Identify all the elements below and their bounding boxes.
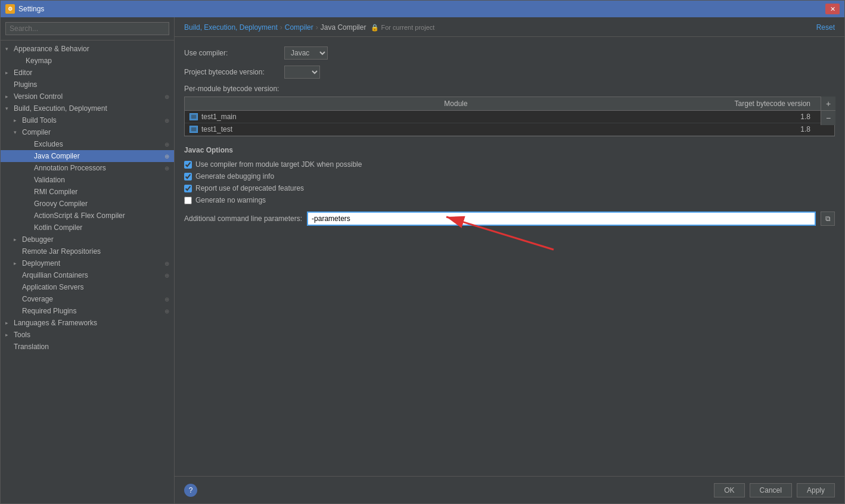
footer: ? OK Cancel Apply <box>175 476 844 503</box>
sidebar-item-deployment[interactable]: ▸ Deployment ⊕ <box>1 257 174 269</box>
sidebar-item-annotation-processors[interactable]: Annotation Processors ⊕ <box>1 162 174 174</box>
main-header: Build, Execution, Deployment › Compiler … <box>175 17 844 37</box>
sidebar-item-rmi-compiler[interactable]: RMI Compiler <box>1 186 174 198</box>
sidebar-item-arquillian[interactable]: Arquillian Containers ⊕ <box>1 269 174 281</box>
sidebar-item-groovy-compiler[interactable]: Groovy Compiler <box>1 198 174 210</box>
footer-left: ? <box>184 484 197 497</box>
expand-arrow: ▸ <box>5 70 13 76</box>
sidebar-item-plugins[interactable]: Plugins <box>1 79 174 91</box>
deprecated-checkbox-label: Report use of deprecated features <box>195 184 304 192</box>
sidebar-item-label: ActionScript & Flex Compiler <box>34 211 125 220</box>
breadcrumb-part-2: Compiler <box>285 23 313 32</box>
compiler-select[interactable]: Javac Eclipse Ajc <box>284 46 328 60</box>
close-button[interactable]: ✕ <box>825 4 840 14</box>
module-column-header: Module <box>185 97 727 110</box>
sidebar-item-coverage[interactable]: Coverage ⊕ <box>1 293 174 305</box>
settings-window: ⚙ Settings ✕ ▾ Appearance & Behavior Key… <box>0 0 845 504</box>
sidebar-item-required-plugins[interactable]: Required Plugins ⊕ <box>1 305 174 317</box>
sidebar-item-label: Build Tools <box>22 116 57 125</box>
copy-icon: ⊕ <box>164 308 169 315</box>
cmd-params-row: Additional command line parameters: ⧉ <box>184 211 835 226</box>
lock-icon: 🔒 <box>371 24 379 32</box>
sidebar-item-actionscript-flex[interactable]: ActionScript & Flex Compiler <box>1 210 174 222</box>
sidebar-item-build-tools[interactable]: ▸ Build Tools ⊕ <box>1 114 174 126</box>
sidebar-item-translation[interactable]: Translation <box>1 341 174 353</box>
expand-arrow: ▸ <box>5 320 13 326</box>
module-table: Module Target bytecode version test1_mai… <box>184 97 835 136</box>
debug-info-checkbox[interactable] <box>184 173 192 181</box>
sidebar-item-label: Application Servers <box>22 283 83 291</box>
sidebar-item-validation[interactable]: Validation <box>1 174 174 186</box>
ok-button[interactable]: OK <box>714 483 744 497</box>
sidebar-item-label: Plugins <box>14 80 37 89</box>
sidebar-item-version-control[interactable]: ▸ Version Control ⊕ <box>1 91 174 102</box>
expand-arrow: ▸ <box>14 237 21 242</box>
sidebar-item-label: Arquillian Containers <box>22 271 88 279</box>
no-warnings-checkbox[interactable] <box>184 197 192 204</box>
expand-arrow: ▾ <box>14 129 21 135</box>
javac-options-title: Javac Options <box>184 146 835 154</box>
cancel-button[interactable]: Cancel <box>750 483 792 497</box>
sidebar-item-label: Translation <box>14 343 49 351</box>
cmd-expand-button[interactable]: ⧉ <box>821 211 835 226</box>
annotation-arrow <box>184 226 835 273</box>
search-input[interactable] <box>5 22 169 35</box>
sidebar-item-label: Languages & Frameworks <box>14 319 97 327</box>
per-module-label: Per-module bytecode version: <box>184 85 835 93</box>
sidebar-item-excludes[interactable]: Excludes ⊕ <box>1 138 174 150</box>
use-compiler-checkbox[interactable] <box>184 161 192 169</box>
sidebar-item-build-execution[interactable]: ▾ Build, Execution, Deployment <box>1 102 174 114</box>
sidebar-item-remote-jar[interactable]: Remote Jar Repositories <box>1 245 174 257</box>
checkbox-row-no-warnings[interactable]: Generate no warnings <box>184 196 835 204</box>
sidebar-item-label: Appearance & Behavior <box>14 45 89 53</box>
table-row[interactable]: test1_test 1.8 <box>185 123 834 136</box>
sidebar-item-kotlin-compiler[interactable]: Kotlin Compiler <box>1 222 174 234</box>
window-title: Settings <box>18 5 44 13</box>
sidebar-item-debugger[interactable]: ▸ Debugger <box>1 234 174 245</box>
sidebar-item-label: Excludes <box>34 140 63 148</box>
title-bar-left: ⚙ Settings <box>5 4 44 14</box>
table-row[interactable]: test1_main 1.8 <box>185 111 834 123</box>
sidebar-item-keymap[interactable]: Keymap <box>1 55 174 67</box>
deprecated-checkbox[interactable] <box>184 185 192 192</box>
sidebar-item-label: Java Compiler <box>34 152 80 160</box>
breadcrumb-part-1: Build, Execution, Deployment <box>184 23 278 32</box>
expand-arrow: ▸ <box>14 260 21 266</box>
sidebar-item-appearance-behavior[interactable]: ▾ Appearance & Behavior <box>1 43 174 55</box>
checkbox-row-debug-info[interactable]: Generate debugging info <box>184 172 835 181</box>
bytecode-version-select[interactable]: 1.8 11 17 <box>284 66 320 79</box>
table-body: test1_main 1.8 test1_test 1.8 <box>185 111 834 136</box>
sidebar-item-label: Validation <box>34 176 65 184</box>
remove-module-button[interactable]: − <box>821 111 835 125</box>
checkbox-row-use-compiler[interactable]: Use compiler from module target JDK when… <box>184 160 835 169</box>
breadcrumb-part-3: Java Compiler <box>321 23 366 32</box>
apply-button[interactable]: Apply <box>797 483 835 497</box>
copy-icon: ⊕ <box>164 272 169 279</box>
copy-icon: ⊕ <box>164 94 169 100</box>
sidebar-item-languages-frameworks[interactable]: ▸ Languages & Frameworks <box>1 317 174 329</box>
sidebar-item-tools[interactable]: ▸ Tools <box>1 329 174 341</box>
use-compiler-label: Use compiler: <box>184 49 279 57</box>
sidebar-item-application-servers[interactable]: Application Servers <box>1 281 174 293</box>
for-project-label: 🔒 For current project <box>371 24 434 32</box>
checkbox-row-deprecated[interactable]: Report use of deprecated features <box>184 184 835 192</box>
main-content: ▾ Appearance & Behavior Keymap ▸ Editor … <box>1 17 844 503</box>
module-name: test1_test <box>201 125 734 133</box>
reset-button[interactable]: Reset <box>816 23 835 32</box>
cmd-params-label: Additional command line parameters: <box>184 214 302 223</box>
sidebar-item-label: Coverage <box>22 295 53 303</box>
module-version: 1.8 <box>734 113 830 121</box>
copy-icon: ⊕ <box>164 165 169 172</box>
footer-buttons: OK Cancel Apply <box>714 483 835 497</box>
sidebar-item-java-compiler[interactable]: Java Compiler ⊕ <box>1 150 174 162</box>
sidebar-item-label: Groovy Compiler <box>34 200 88 208</box>
help-button[interactable]: ? <box>184 484 197 497</box>
bytecode-version-row: Project bytecode version: 1.8 11 17 <box>184 66 835 79</box>
for-project-text: For current project <box>381 24 434 31</box>
sidebar-item-editor[interactable]: ▸ Editor <box>1 67 174 79</box>
sidebar-item-label: Editor <box>14 69 32 77</box>
version-column-header: Target bytecode version <box>727 97 834 110</box>
cmd-params-input[interactable] <box>307 211 816 226</box>
add-module-button[interactable]: + <box>821 97 835 111</box>
sidebar-item-compiler[interactable]: ▾ Compiler <box>1 126 174 138</box>
